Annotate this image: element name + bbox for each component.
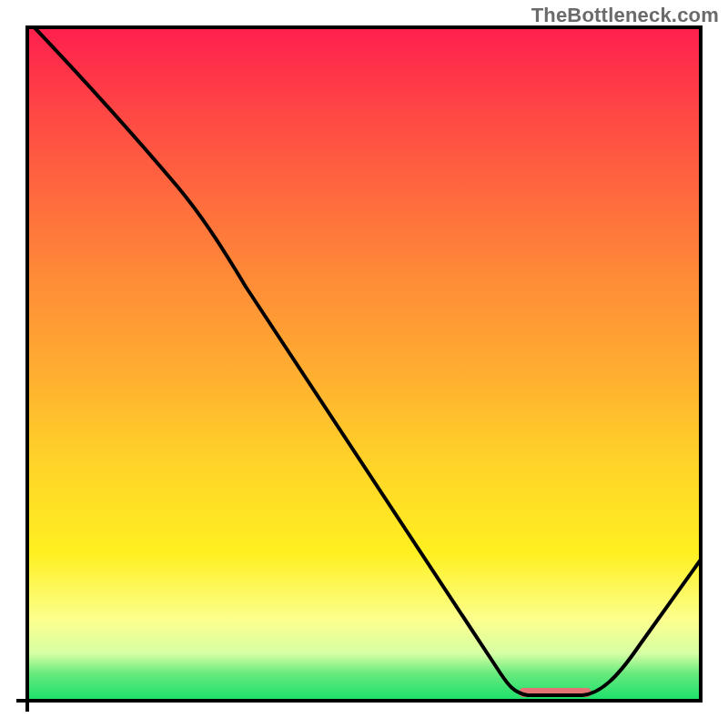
- axis-frame: [0, 0, 728, 728]
- svg-rect-0: [27, 27, 701, 701]
- chart-container: TheBottleneck.com: [0, 0, 728, 728]
